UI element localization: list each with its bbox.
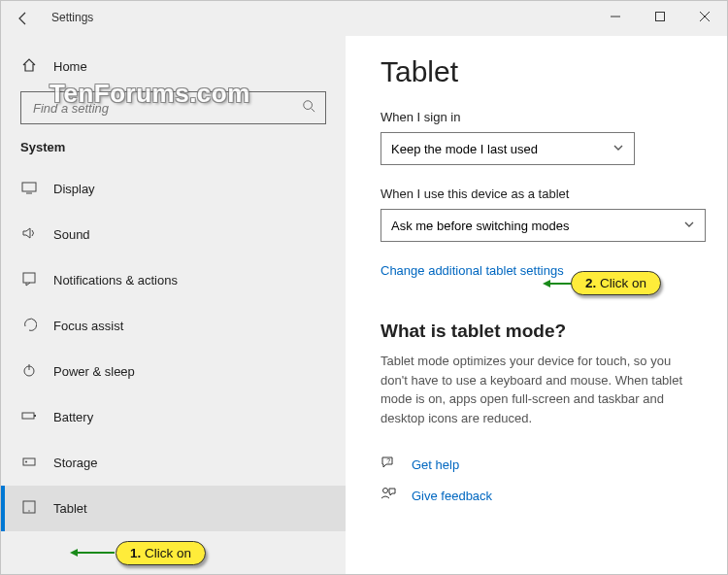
svg-point-18 — [383, 489, 388, 493]
sidebar-item-label: Sound — [53, 227, 90, 242]
chevron-down-icon — [683, 219, 695, 233]
home-icon — [20, 57, 38, 76]
sidebar-item-battery[interactable]: Battery — [1, 394, 346, 440]
get-help-link[interactable]: ? Get help — [381, 455, 700, 474]
svg-rect-11 — [22, 413, 34, 419]
minimize-button[interactable] — [593, 1, 638, 32]
sidebar: Home System Display Sound Notification — [1, 36, 346, 574]
sidebar-item-sound[interactable]: Sound — [1, 212, 346, 257]
tablet-icon — [20, 499, 38, 518]
signin-label: When I sign in — [381, 110, 700, 124]
sidebar-item-storage[interactable]: Storage — [1, 440, 346, 486]
signin-value: Keep the mode I last used — [391, 142, 538, 156]
sidebar-item-label: Tablet — [53, 501, 87, 516]
svg-rect-6 — [22, 183, 36, 191]
display-icon — [20, 180, 38, 198]
power-icon — [20, 362, 38, 381]
svg-rect-1 — [656, 13, 665, 21]
signin-dropdown[interactable]: Keep the mode I last used — [381, 132, 635, 165]
device-label: When I use this device as a tablet — [381, 186, 700, 201]
sidebar-item-label: Display — [53, 182, 95, 196]
sidebar-item-focus-assist[interactable]: Focus assist — [1, 303, 346, 349]
maximize-button[interactable] — [638, 1, 682, 32]
sidebar-item-label: Battery — [53, 410, 93, 424]
sidebar-item-power-sleep[interactable]: Power & sleep — [1, 349, 346, 394]
close-button[interactable] — [682, 1, 727, 32]
svg-point-16 — [28, 510, 29, 511]
category-label: System — [1, 140, 346, 166]
sidebar-item-label: Notifications & actions — [53, 273, 178, 288]
sidebar-item-label: Power & sleep — [53, 364, 135, 379]
callout-2: 2. Click on — [571, 271, 661, 295]
page-title: Tablet — [381, 55, 700, 88]
svg-rect-12 — [34, 415, 36, 417]
search-icon — [302, 99, 315, 117]
titlebar: Settings — [1, 1, 727, 36]
svg-point-4 — [304, 101, 313, 110]
nav-list: Display Sound Notifications & actions Fo… — [1, 166, 346, 531]
search-input[interactable] — [20, 91, 326, 124]
sidebar-item-tablet[interactable]: Tablet — [1, 486, 346, 531]
what-is-body: Tablet mode optimizes your device for to… — [381, 352, 700, 427]
give-feedback-link[interactable]: Give feedback — [381, 486, 700, 505]
sidebar-item-display[interactable]: Display — [1, 166, 346, 212]
window-controls — [593, 1, 727, 32]
search-field[interactable] — [31, 100, 302, 117]
svg-line-5 — [312, 109, 315, 113]
notifications-icon — [20, 271, 38, 289]
svg-rect-8 — [23, 273, 35, 283]
sidebar-item-label: Focus assist — [53, 319, 123, 333]
callout-1: 1. Click on — [116, 541, 206, 565]
feedback-icon — [381, 486, 398, 505]
what-is-heading: What is tablet mode? — [381, 321, 700, 342]
svg-text:?: ? — [386, 457, 390, 464]
svg-rect-13 — [23, 458, 35, 465]
get-help-label: Get help — [412, 457, 459, 472]
device-value: Ask me before switching modes — [391, 219, 570, 233]
window-title: Settings — [46, 1, 593, 24]
sidebar-item-notifications[interactable]: Notifications & actions — [1, 257, 346, 303]
sound-icon — [20, 225, 38, 244]
battery-icon — [20, 408, 38, 426]
callout-arrow-1 — [74, 552, 115, 554]
chevron-down-icon — [612, 142, 624, 156]
help-icon: ? — [381, 455, 398, 474]
give-feedback-label: Give feedback — [412, 489, 492, 503]
back-button[interactable] — [1, 1, 46, 36]
home-label: Home — [53, 59, 87, 74]
svg-point-14 — [25, 461, 27, 463]
content-pane: Tablet When I sign in Keep the mode I la… — [346, 36, 727, 574]
sidebar-item-label: Storage — [53, 456, 98, 470]
storage-icon — [20, 454, 38, 472]
home-nav[interactable]: Home — [1, 50, 346, 84]
focus-assist-icon — [20, 317, 38, 335]
device-dropdown[interactable]: Ask me before switching modes — [381, 209, 706, 242]
